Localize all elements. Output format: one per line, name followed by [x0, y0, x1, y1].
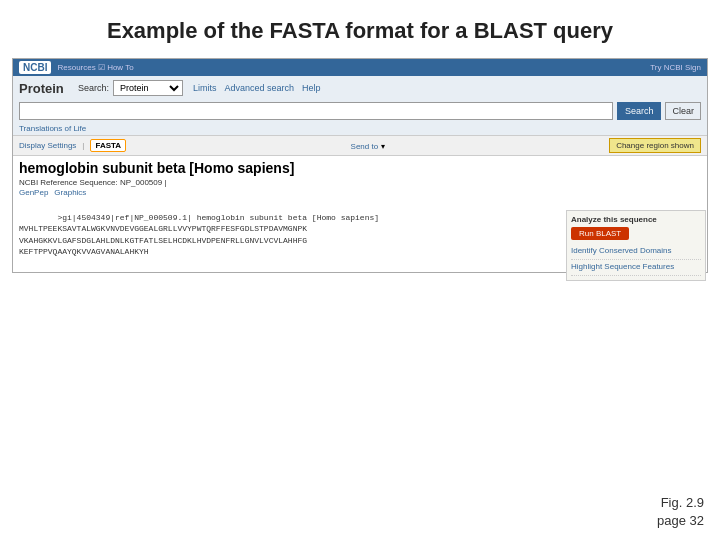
fig-caption: Fig. 2.9 page 32 [657, 494, 704, 530]
search-input[interactable] [19, 102, 613, 120]
ncbi-logo: NCBI [19, 61, 51, 74]
fasta-badge[interactable]: FASTA [90, 139, 126, 152]
right-panel-links: Identify Conserved Domains Highlight Seq… [571, 244, 701, 276]
result-title: hemoglobin subunit beta [Homo sapiens] [19, 160, 701, 176]
filter-left: Display Settings | FASTA [19, 139, 126, 152]
fig-line2: page 32 [657, 512, 704, 530]
sequence-line-3: KEFTPPVQAAYQKVVAGVANALAHKYH [19, 247, 149, 256]
run-blast-button[interactable]: Run BLAST [571, 227, 629, 240]
sequence-line-1: MVHLTPEEKSAVTALWGKVNVDEVGGEALGRLLVVYPWTQ… [19, 224, 307, 233]
clear-button[interactable]: Clear [665, 102, 701, 120]
slide-title: Example of the FASTA format for a BLAST … [0, 0, 720, 58]
search-links: Limits Advanced search Help [193, 83, 321, 93]
result-meta: NCBI Reference Sequence: NP_000509 | [19, 178, 701, 187]
fig-line1: Fig. 2.9 [657, 494, 704, 512]
help-link[interactable]: Help [302, 83, 321, 93]
sequence-header-line: >gi|4504349|ref|NP_000509.1| hemoglobin … [57, 213, 379, 222]
search-select[interactable]: Protein [113, 80, 183, 96]
translations-of-life: Translations of Life [13, 124, 707, 135]
search-button[interactable]: Search [617, 102, 662, 120]
search-input-row: Search Clear [13, 100, 707, 124]
ncbi-header: NCBI Resources ☑ How To Try NCBI Sign [13, 59, 707, 76]
ncbi-header-links[interactable]: Resources ☑ How To [57, 63, 133, 72]
genpep-link[interactable]: GenPep [19, 188, 48, 197]
ref-sequence-label: NCBI Reference Sequence: NP_000509 | [19, 178, 167, 187]
advanced-search-link[interactable]: Advanced search [225, 83, 295, 93]
search-area: Protein Search: Protein Limits Advanced … [13, 76, 707, 100]
slide-container: Example of the FASTA format for a BLAST … [0, 0, 720, 540]
browser-window: NCBI Resources ☑ How To Try NCBI Sign Pr… [12, 58, 708, 273]
sort-by-area: Send to ▾ [351, 141, 385, 151]
ncbi-header-left: NCBI Resources ☑ How To [19, 61, 134, 74]
limits-link[interactable]: Limits [193, 83, 217, 93]
filter-row: Display Settings | FASTA Send to ▾ Chang… [13, 135, 707, 156]
highlight-sequence-link[interactable]: Highlight Sequence Features [571, 260, 701, 276]
display-settings-link[interactable]: Display Settings [19, 141, 76, 150]
change-region-button[interactable]: Change region shown [609, 138, 701, 153]
graphics-link[interactable]: Graphics [54, 188, 86, 197]
send-to-link[interactable]: Send to [351, 142, 379, 151]
sequence-line-2: VKAHGKKVLGAFSDGLAHLDNLKGTFATLSELHCDKLHVD… [19, 236, 307, 245]
identify-conserved-link[interactable]: Identify Conserved Domains [571, 244, 701, 260]
result-sub-links: GenPep Graphics [19, 188, 701, 197]
protein-title: Protein [19, 81, 74, 96]
search-label: Search: [78, 83, 109, 93]
right-panel: Analyze this sequence Run BLAST Identify… [566, 210, 706, 281]
ncbi-signin-link[interactable]: Try NCBI Sign [650, 63, 701, 72]
analyze-heading: Analyze this sequence [571, 215, 701, 224]
